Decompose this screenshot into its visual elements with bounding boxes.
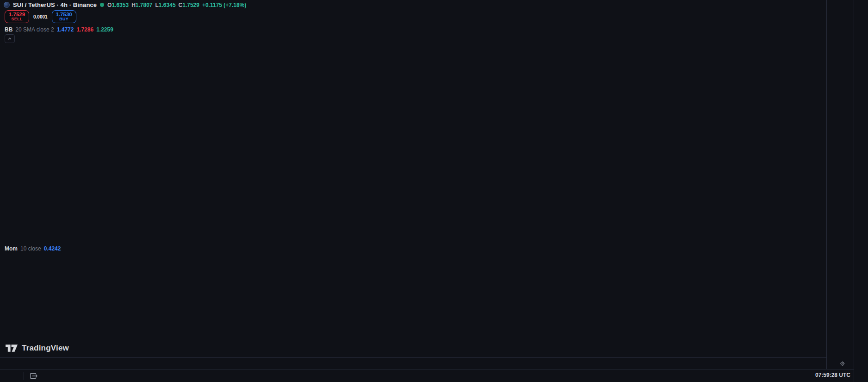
- bb-params: 20 SMA close 2: [15, 26, 54, 33]
- price-axis[interactable]: [826, 0, 854, 369]
- momentum-name: Mom: [5, 245, 18, 252]
- trade-panel: 1.7529 SELL 0.0001 1.7530 BUY: [5, 10, 76, 23]
- go-to-date-button[interactable]: [29, 371, 38, 380]
- high-label: H: [131, 2, 136, 8]
- right-sidebar: [854, 0, 868, 382]
- close-value: 1.7529: [182, 2, 199, 8]
- legend-collapse-button[interactable]: [5, 34, 15, 43]
- close-label: C: [179, 2, 183, 8]
- change-value: +0.1175 (+7.18%): [202, 2, 246, 8]
- ohlc-values: O1.6353 H1.7807 L1.6345 C1.7529 +0.1175 …: [107, 2, 246, 8]
- tradingview-logo[interactable]: TradingView: [6, 344, 69, 353]
- tradingview-chart-window: SUI / TetherUS · 4h · Binance O1.6353 H1…: [0, 0, 868, 382]
- bb-upper-value: 1.7286: [76, 26, 93, 33]
- chevron-up-icon: [7, 36, 12, 42]
- market-status-icon[interactable]: [100, 3, 104, 7]
- momentum-params: 10 close: [20, 245, 41, 252]
- toolbar-separator: [24, 372, 24, 380]
- symbol-logo-icon: [4, 2, 10, 8]
- tradingview-mark-icon: [6, 344, 18, 352]
- bb-lower-value: 1.2259: [96, 26, 113, 33]
- go-to-date-icon: [29, 371, 38, 380]
- buy-button[interactable]: 1.7530 BUY: [52, 10, 76, 23]
- low-value: 1.6345: [159, 2, 176, 8]
- sell-label: SELL: [11, 17, 22, 21]
- open-value: 1.6353: [112, 2, 129, 8]
- bb-indicator-legend[interactable]: BB 20 SMA close 2 1.4772 1.7286 1.2259: [5, 26, 113, 33]
- symbol-title[interactable]: SUI / TetherUS · 4h · Binance: [13, 1, 97, 8]
- axis-settings-button[interactable]: [837, 359, 847, 368]
- high-value: 1.7807: [136, 2, 153, 8]
- price-chart-canvas[interactable]: [0, 0, 868, 382]
- buy-label: BUY: [59, 17, 68, 21]
- momentum-value: 0.4242: [44, 245, 61, 252]
- low-label: L: [155, 2, 159, 8]
- clock-utc[interactable]: 07:59:28 UTC: [815, 372, 850, 378]
- sell-button[interactable]: 1.7529 SELL: [5, 10, 29, 23]
- chart-legend: SUI / TetherUS · 4h · Binance O1.6353 H1…: [4, 1, 246, 8]
- spread-value: 0.0001: [33, 14, 48, 19]
- tradingview-wordmark: TradingView: [22, 344, 69, 353]
- bb-basis-value: 1.4772: [57, 26, 74, 33]
- momentum-indicator-legend[interactable]: Mom 10 close 0.4242: [5, 245, 61, 252]
- bottom-toolbar: [0, 369, 854, 382]
- bb-name: BB: [5, 26, 12, 33]
- gear-icon: [839, 360, 846, 367]
- time-axis[interactable]: [0, 357, 826, 369]
